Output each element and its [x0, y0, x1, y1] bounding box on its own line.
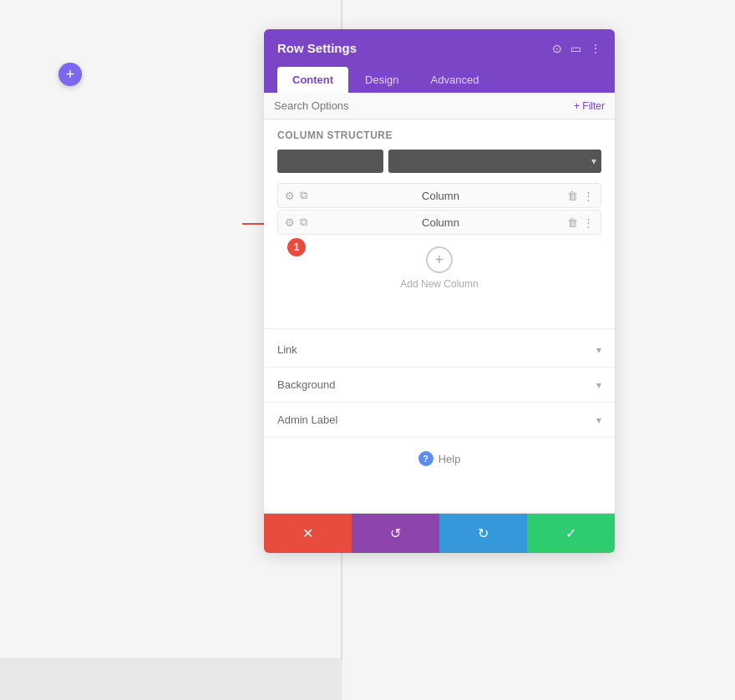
column-structure-heading: Column Structure — [277, 129, 601, 141]
row-settings-panel: Row Settings ⊙ ▭ ⋮ Content Design Advanc… — [264, 29, 615, 553]
column-bar-arrow-icon: ▾ — [591, 155, 596, 167]
column-structure-bars: ▾ — [277, 150, 601, 173]
header-icons: ⊙ ▭ ⋮ — [552, 42, 601, 55]
link-label: Link — [277, 343, 297, 356]
focus-icon[interactable]: ⊙ — [552, 42, 562, 55]
save-button[interactable]: ✓ — [527, 514, 615, 553]
search-input[interactable] — [274, 99, 567, 112]
link-chevron-icon: ▾ — [596, 344, 601, 356]
admin-label-section[interactable]: Admin Label ▾ — [264, 403, 615, 438]
delete-icon[interactable]: 🗑 — [567, 190, 578, 202]
link-section[interactable]: Link ▾ — [264, 332, 615, 368]
column-row-label: Column — [314, 216, 567, 229]
more-dots-icon[interactable]: ⋮ — [583, 190, 594, 202]
gear-icon[interactable]: ⚙ — [285, 190, 295, 202]
redo-button[interactable]: ↻ — [439, 514, 527, 553]
gear-icon[interactable]: ⚙ — [285, 216, 295, 229]
column-row-left-icons: ⚙ ⧉ — [285, 216, 307, 229]
tab-bar: Content Design Advanced — [264, 67, 615, 93]
column-row-right-icons: 🗑 ⋮ — [567, 216, 594, 229]
help-section: ? Help — [264, 438, 615, 479]
column-bar-2[interactable]: ▾ — [388, 150, 601, 173]
panel-body: Column Structure ▾ ⚙ ⧉ Column 🗑 — [264, 119, 615, 325]
panel-header: Row Settings ⊙ ▭ ⋮ — [264, 29, 615, 67]
column-row-label: Column — [314, 190, 567, 202]
filter-button[interactable]: + Filter — [574, 100, 605, 112]
add-new-column-button[interactable]: + Add New Column — [277, 235, 601, 302]
column-row: ⚙ ⧉ Column 🗑 ⋮ — [277, 210, 601, 235]
tab-advanced[interactable]: Advanced — [416, 67, 494, 93]
more-icon[interactable]: ⋮ — [590, 42, 601, 55]
bottom-bar — [0, 658, 342, 700]
tab-design[interactable]: Design — [350, 67, 413, 93]
more-dots-icon[interactable]: ⋮ — [583, 216, 594, 229]
panel-footer: ✕ ↺ ↻ ✓ — [264, 513, 615, 553]
add-column-label: Add New Column — [400, 278, 478, 290]
search-bar: + Filter — [264, 93, 615, 119]
step-badge: 1 — [287, 238, 306, 256]
tab-content[interactable]: Content — [277, 67, 348, 93]
column-bar-1[interactable] — [277, 150, 383, 173]
spacer — [264, 479, 615, 513]
panel-title: Row Settings — [277, 41, 357, 55]
canvas-add-button[interactable]: + — [58, 63, 82, 86]
admin-label-label: Admin Label — [277, 413, 337, 426]
column-structure-section: Column Structure ▾ ⚙ ⧉ Column 🗑 — [277, 129, 601, 302]
split-icon[interactable]: ▭ — [570, 42, 581, 55]
column-rows-list: ⚙ ⧉ Column 🗑 ⋮ ⚙ ⧉ Column — [277, 183, 601, 235]
column-row-left-icons: ⚙ ⧉ — [285, 189, 307, 202]
help-label: Help — [438, 453, 461, 465]
copy-icon[interactable]: ⧉ — [300, 216, 307, 229]
delete-icon[interactable]: 🗑 — [567, 216, 578, 229]
add-column-circle-icon: + — [426, 246, 453, 273]
column-row-right-icons: 🗑 ⋮ — [567, 190, 594, 202]
help-icon[interactable]: ? — [418, 451, 433, 466]
copy-icon[interactable]: ⧉ — [300, 189, 307, 202]
undo-button[interactable]: ↺ — [352, 514, 439, 553]
admin-label-chevron-icon: ▾ — [596, 414, 601, 426]
divider — [264, 328, 615, 329]
background-label: Background — [277, 378, 335, 391]
background-chevron-icon: ▾ — [596, 379, 601, 391]
column-row: ⚙ ⧉ Column 🗑 ⋮ — [277, 183, 601, 208]
background-section[interactable]: Background ▾ — [264, 368, 615, 403]
cancel-button[interactable]: ✕ — [264, 514, 352, 553]
